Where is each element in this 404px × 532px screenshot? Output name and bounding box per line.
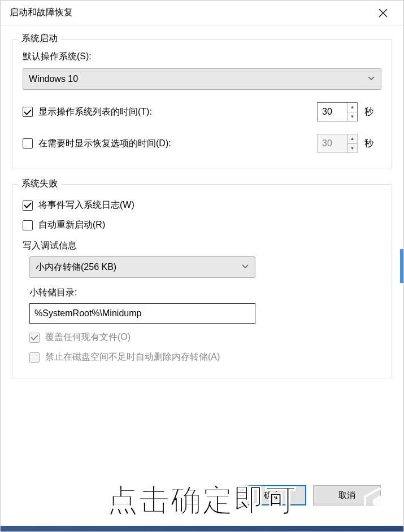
right-edge-artifact <box>400 249 403 283</box>
write-event-label: 将事件写入系统日志(W) <box>38 199 381 211</box>
spinner-up-icon: ▲ <box>347 134 357 143</box>
debug-info-dropdown[interactable]: 小内存转储(256 KB) <box>29 256 255 278</box>
startup-recovery-dialog: 启动和故障恢复 系统启动 默认操作系统(S): Windows 10 显示操作系… <box>0 0 404 532</box>
dump-dir-value: %SystemRoot%\Minidump <box>34 308 141 319</box>
close-icon <box>379 8 388 18</box>
chevron-down-icon <box>367 74 375 84</box>
show-os-list-seconds-spinner[interactable]: 30 ▲ ▼ <box>317 102 358 121</box>
titlebar: 启动和故障恢复 <box>1 1 403 25</box>
show-os-list-seconds-value: 30 <box>318 107 347 117</box>
show-os-list-checkbox[interactable] <box>23 107 33 117</box>
show-os-list-label: 显示操作系统列表的时间(T): <box>38 106 317 118</box>
chevron-down-icon <box>241 262 249 272</box>
show-recovery-checkbox[interactable] <box>23 138 33 149</box>
show-recovery-label: 在需要时显示恢复选项的时间(D): <box>38 138 317 150</box>
close-button[interactable] <box>372 2 394 24</box>
ok-button[interactable]: 确定 <box>238 485 306 505</box>
system-failure-title: 系统失败 <box>18 178 61 190</box>
default-os-value: Windows 10 <box>29 74 78 84</box>
dialog-content: 系统启动 默认操作系统(S): Windows 10 显示操作系统列表的时间(T… <box>1 25 403 378</box>
spinner-up-icon[interactable]: ▲ <box>347 103 357 112</box>
show-recovery-seconds-spinner: 30 ▲ ▼ <box>317 134 358 153</box>
dump-dir-label: 小转储目录: <box>29 287 381 299</box>
dialog-title: 启动和故障恢复 <box>10 7 372 19</box>
button-row: 确定 取消 <box>238 485 381 505</box>
seconds-unit: 秒 <box>364 138 381 150</box>
spinner-arrows: ▲ ▼ <box>347 134 357 152</box>
ok-button-label: 确定 <box>264 490 281 501</box>
prevent-delete-label: 禁止在磁盘空间不足时自动删除内存转储(A) <box>45 351 381 363</box>
spinner-down-icon: ▼ <box>347 143 357 153</box>
system-startup-title: 系统启动 <box>18 33 61 45</box>
show-recovery-seconds-value: 30 <box>318 138 347 149</box>
default-os-dropdown[interactable]: Windows 10 <box>23 68 381 90</box>
default-os-label: 默认操作系统(S): <box>23 51 381 63</box>
overwrite-label: 覆盖任何现有文件(O) <box>45 332 381 343</box>
spinner-down-icon[interactable]: ▼ <box>347 112 357 121</box>
dump-dir-input[interactable]: %SystemRoot%\Minidump <box>29 303 255 324</box>
cancel-button-label: 取消 <box>338 490 355 501</box>
seconds-unit: 秒 <box>364 106 381 118</box>
write-event-checkbox[interactable] <box>23 200 33 211</box>
cancel-button[interactable]: 取消 <box>313 485 381 505</box>
auto-restart-checkbox[interactable] <box>23 220 33 230</box>
system-failure-group: 系统失败 将事件写入系统日志(W) 自动重新启动(R) 写入调试信息 小内存转储… <box>12 184 392 378</box>
spinner-arrows: ▲ ▼ <box>347 103 357 121</box>
auto-restart-label: 自动重新启动(R) <box>38 219 381 231</box>
bottom-bar-artifact <box>1 526 403 531</box>
overwrite-checkbox <box>29 333 40 343</box>
debug-info-label: 写入调试信息 <box>23 240 381 252</box>
system-startup-group: 系统启动 默认操作系统(S): Windows 10 显示操作系统列表的时间(T… <box>12 39 392 168</box>
debug-info-value: 小内存转储(256 KB) <box>36 261 116 273</box>
prevent-delete-checkbox <box>29 352 40 363</box>
